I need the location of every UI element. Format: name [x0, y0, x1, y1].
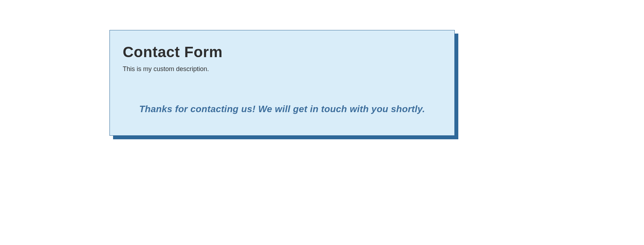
- confirmation-message: Thanks for contacting us! We will get in…: [123, 104, 441, 115]
- contact-form-panel: Contact Form This is my custom descripti…: [109, 30, 455, 136]
- form-description: This is my custom description.: [123, 65, 441, 73]
- form-title: Contact Form: [123, 44, 441, 60]
